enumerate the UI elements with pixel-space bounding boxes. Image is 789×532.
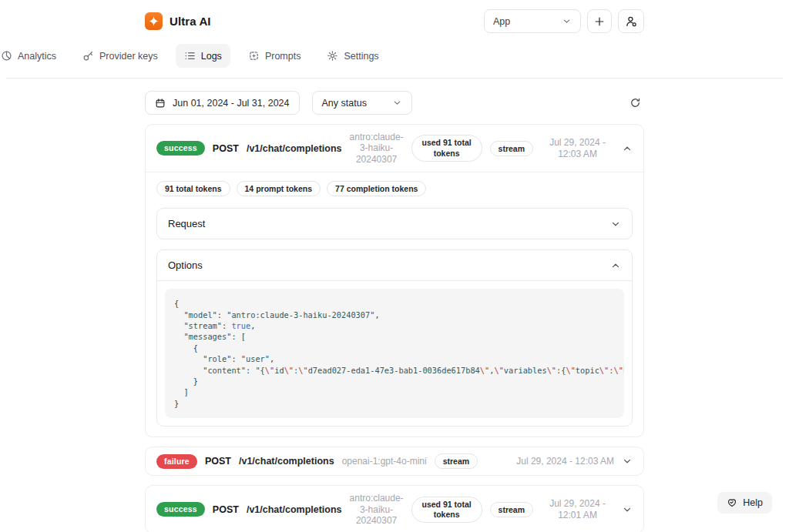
date-range-picker[interactable]: Jun 01, 2024 - Jul 31, 2024: [145, 91, 300, 115]
filters-row: Jun 01, 2024 - Jul 31, 2024 Any status: [145, 91, 644, 115]
options-code-block: { "model": "antro:claude-3-haiku-2024030…: [165, 289, 624, 418]
prompt-tokens-badge: 14 prompt tokens: [237, 181, 321, 196]
log-entry-3: success POST /v1/chat/completions antro:…: [145, 485, 644, 532]
chevron-up-icon: [610, 260, 621, 271]
total-tokens-badge: 91 total tokens: [156, 181, 230, 196]
chevron-down-icon[interactable]: [622, 456, 633, 467]
help-label: Help: [743, 497, 763, 508]
chevron-down-icon: [610, 219, 621, 229]
log-entry-2: failure POST /v1/chat/completions openai…: [145, 447, 644, 476]
tab-provider-keys[interactable]: Provider keys: [74, 44, 166, 68]
account-button[interactable]: [618, 9, 644, 33]
log-row-header[interactable]: success POST /v1/chat/completions antro:…: [146, 125, 643, 172]
http-method: POST: [213, 143, 239, 154]
log-entry-1: success POST /v1/chat/completions antro:…: [145, 124, 644, 437]
chevron-down-icon: [392, 98, 402, 108]
model-name: antro:claude-3-haiku-20240307: [350, 132, 404, 165]
options-section: Options { "model": "antro:claude-3-haiku…: [156, 249, 633, 427]
options-section-header[interactable]: Options: [157, 250, 632, 280]
date-range-value: Jun 01, 2024 - Jul 31, 2024: [173, 98, 290, 109]
options-divider: [157, 280, 632, 281]
tab-analytics[interactable]: Analytics: [0, 44, 65, 68]
tab-label: Logs: [201, 51, 222, 62]
header-divider: [6, 78, 783, 79]
person-gear-icon: [625, 15, 637, 28]
status-badge: success: [156, 502, 205, 517]
topbar: Ultra AI App: [145, 0, 644, 33]
timestamp: Jul 29, 2024 - 12:01 AM: [541, 498, 614, 520]
timestamp: Jul 29, 2024 - 12:03 AM: [541, 137, 614, 159]
request-section-title: Request: [168, 218, 205, 229]
log-row-header[interactable]: success POST /v1/chat/completions antro:…: [146, 486, 643, 532]
tab-label: Settings: [344, 51, 378, 62]
usage-badge: used 91 total tokens: [411, 497, 482, 523]
log-row-header[interactable]: failure POST /v1/chat/completions openai…: [146, 447, 643, 475]
app-logo-icon: [145, 12, 163, 30]
endpoint-path: /v1/chat/completions: [247, 504, 342, 515]
prompt-icon: [248, 50, 260, 62]
tab-label: Analytics: [18, 51, 56, 62]
heart-hands-icon: [727, 497, 737, 508]
app-selector-value: App: [493, 16, 510, 27]
brand: Ultra AI: [145, 12, 211, 30]
stream-badge: stream: [435, 453, 478, 469]
chevron-up-icon[interactable]: [622, 143, 633, 154]
topbar-actions: App: [484, 9, 644, 33]
status-badge: success: [156, 141, 205, 156]
tab-settings[interactable]: Settings: [318, 44, 387, 68]
token-badges-row: 91 total tokens 14 prompt tokens 77 comp…: [146, 172, 643, 198]
model-name: openai-1:gpt-4o-mini: [342, 456, 427, 467]
completion-tokens-badge: 77 completion tokens: [327, 181, 426, 196]
chevron-down-icon: [562, 16, 572, 26]
request-section: Request: [156, 208, 633, 239]
endpoint-path: /v1/chat/completions: [239, 456, 334, 467]
list-icon: [184, 50, 196, 62]
nav-tabs: Analytics Provider keys Logs Prompts Set…: [0, 44, 492, 68]
help-button[interactable]: Help: [717, 492, 772, 514]
tab-label: Provider keys: [99, 51, 158, 62]
endpoint-path: /v1/chat/completions: [247, 143, 342, 154]
status-filter-value: Any status: [322, 98, 367, 109]
refresh-icon: [630, 97, 641, 109]
stream-badge: stream: [490, 502, 533, 517]
tab-logs[interactable]: Logs: [176, 44, 230, 68]
pie-chart-icon: [1, 50, 12, 62]
http-method: POST: [205, 456, 231, 467]
gear-icon: [327, 50, 338, 62]
app-selector[interactable]: App: [484, 9, 581, 33]
options-section-title: Options: [168, 259, 203, 271]
logs-page: Jun 01, 2024 - Jul 31, 2024 Any status s…: [145, 91, 644, 532]
model-name: antro:claude-3-haiku-20240307: [350, 493, 404, 526]
key-icon: [82, 50, 94, 62]
calendar-icon: [155, 98, 166, 109]
tab-label: Prompts: [265, 51, 301, 62]
tab-prompts[interactable]: Prompts: [240, 44, 310, 68]
add-button[interactable]: [587, 9, 612, 33]
refresh-button[interactable]: [626, 94, 644, 112]
status-badge: failure: [156, 454, 197, 469]
usage-badge: used 91 total tokens: [411, 135, 482, 161]
stream-badge: stream: [490, 141, 533, 156]
http-method: POST: [213, 504, 239, 515]
request-section-header[interactable]: Request: [157, 209, 632, 239]
status-filter[interactable]: Any status: [312, 91, 412, 115]
app-title: Ultra AI: [170, 15, 211, 28]
chevron-down-icon[interactable]: [622, 504, 633, 515]
timestamp: Jul 29, 2024 - 12:03 AM: [516, 456, 614, 467]
